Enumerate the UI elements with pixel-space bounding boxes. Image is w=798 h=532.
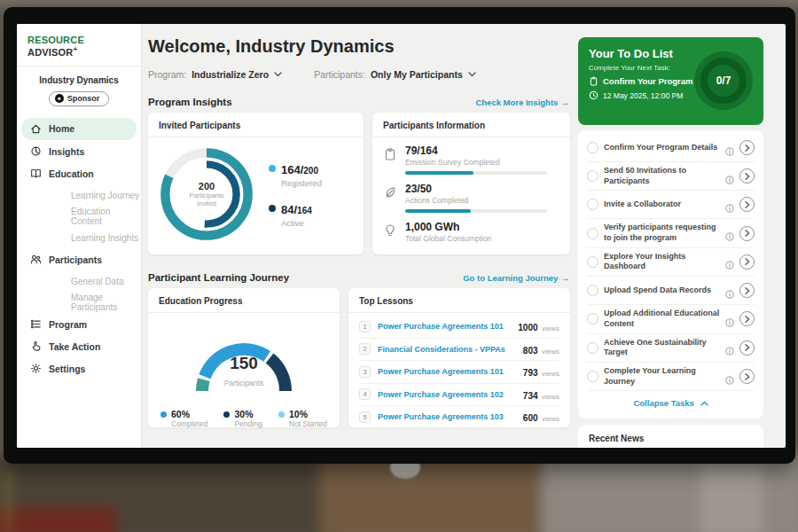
sidebar-item[interactable]: Education Content xyxy=(17,207,141,227)
task-checkbox[interactable] xyxy=(587,199,598,210)
task-checkbox[interactable] xyxy=(587,142,598,153)
task-label: Confirm Your Program Details xyxy=(604,143,720,153)
sidebar-item[interactable]: Home xyxy=(21,118,137,140)
brand-logo[interactable]: RESOURCE ADVISOR+ xyxy=(17,24,141,66)
task-open-button[interactable] xyxy=(739,340,755,356)
legend-label: Not Started xyxy=(289,419,327,428)
lesson-link[interactable]: Financial Considerations - VPPAs xyxy=(378,345,523,354)
metric-value: 23/50 xyxy=(405,183,559,195)
legend-dot xyxy=(160,411,167,418)
task-row[interactable]: Upload Spend Data Records xyxy=(587,277,755,305)
task-checkbox[interactable] xyxy=(587,313,598,325)
sidebar-item-icon xyxy=(30,145,42,157)
sidebar-item[interactable]: Education xyxy=(17,163,141,184)
chevron-right-icon xyxy=(745,230,750,237)
sidebar-item-icon xyxy=(52,232,64,244)
sidebar-item[interactable]: Settings xyxy=(17,358,141,379)
sidebar-item[interactable]: Learning Insights xyxy=(17,228,141,248)
info-icon[interactable] xyxy=(725,172,734,181)
sidebar-item-icon xyxy=(52,211,64,223)
task-row[interactable]: Achieve One Sustainability Target xyxy=(587,334,755,363)
sidebar-item-label: Manage Participants xyxy=(71,293,141,312)
task-row[interactable]: Explore Your Insights Dashboard xyxy=(587,248,755,277)
chevron-right-icon xyxy=(745,173,750,180)
sidebar-item-icon xyxy=(30,254,42,265)
task-checkbox[interactable] xyxy=(587,371,598,382)
task-row[interactable]: Complete Your Learning Journey xyxy=(587,363,755,391)
task-row[interactable]: Upload Additional Educational Content xyxy=(587,305,755,333)
lesson-link[interactable]: Power Purchase Agreements 101 xyxy=(378,367,523,376)
gauge-legend: 60% Completed 30% Pending 10% xyxy=(148,400,340,428)
task-checkbox[interactable] xyxy=(587,285,598,296)
metric-row: 23/50 Actions Completed xyxy=(383,183,559,213)
lesson-rank: 5 xyxy=(359,411,371,423)
task-checkbox[interactable] xyxy=(587,170,598,182)
info-icon[interactable] xyxy=(725,286,734,295)
info-icon[interactable] xyxy=(725,315,734,324)
info-icon[interactable] xyxy=(725,372,734,381)
lesson-link[interactable]: Power Purchase Agreements 101 xyxy=(378,322,518,331)
background-plant xyxy=(5,470,11,532)
section-title: Participant Learning Journey xyxy=(148,272,289,283)
dashboard-screen: RESOURCE ADVISOR+ Industry Dynamics ● Sp… xyxy=(17,24,786,448)
lesson-row: 5 Power Purchase Agreements 103 600 view… xyxy=(359,406,559,429)
collapse-tasks-link[interactable]: Collapse Tasks xyxy=(587,391,755,413)
sponsor-badge[interactable]: ● Sponsor xyxy=(49,91,110,106)
progress-bar xyxy=(405,209,547,213)
sidebar-item[interactable]: Take Action xyxy=(17,336,141,357)
sidebar-item[interactable]: Participants xyxy=(17,249,141,270)
invited-participants-body: 200 Participants Invited 164/200 Registe… xyxy=(148,137,364,244)
metric-label: Actions Completed xyxy=(405,196,559,205)
donut-center-label: 200 Participants Invited xyxy=(157,145,256,244)
task-row[interactable]: Verify participants requesting to join t… xyxy=(587,219,755,247)
metric-icon xyxy=(383,223,397,238)
sidebar-item[interactable]: Insights xyxy=(17,141,141,162)
task-open-button[interactable] xyxy=(739,140,755,155)
go-to-learning-journey-link[interactable]: Go to Learning Journey → xyxy=(463,272,570,283)
task-checkbox[interactable] xyxy=(587,228,598,239)
task-row[interactable]: Confirm Your Program Details xyxy=(587,134,755,162)
task-open-button[interactable] xyxy=(739,168,755,184)
task-open-button[interactable] xyxy=(739,226,755,241)
sidebar-item-icon xyxy=(30,318,42,330)
sidebar-item-icon xyxy=(30,168,42,179)
sidebar-item[interactable]: Manage Participants xyxy=(17,293,141,313)
task-row[interactable]: Send 50 Invitations to Participants xyxy=(587,162,755,191)
sidebar-item[interactable]: Learning Journey xyxy=(17,185,141,206)
task-checkbox[interactable] xyxy=(587,256,598,268)
lesson-link[interactable]: Power Purchase Agreements 102 xyxy=(378,390,523,399)
task-checkbox[interactable] xyxy=(587,342,598,354)
sidebar-item-label: Learning Insights xyxy=(71,233,138,243)
task-row[interactable]: Invite a Collaborator xyxy=(587,191,755,219)
legend-label: Pending xyxy=(234,419,262,428)
info-icon[interactable] xyxy=(725,144,734,153)
background-desk-center xyxy=(319,454,559,532)
filter-dropdown[interactable]: Program: Industrialize Zero xyxy=(148,69,282,80)
lesson-rank: 4 xyxy=(359,388,371,400)
section-title: Program Insights xyxy=(148,97,232,107)
chevron-right-icon xyxy=(745,201,750,208)
tasks-list: Confirm Your Program Details Send 50 Inv… xyxy=(587,134,755,391)
metric-label: Emission Survey Completed xyxy=(405,158,559,167)
info-icon[interactable] xyxy=(725,200,734,209)
task-open-button[interactable] xyxy=(739,283,755,298)
task-open-button[interactable] xyxy=(739,197,755,212)
task-open-button[interactable] xyxy=(739,311,755,326)
lesson-link[interactable]: Power Purchase Agreements 103 xyxy=(378,412,523,421)
info-icon[interactable] xyxy=(725,257,734,266)
progress-bar xyxy=(405,171,547,175)
sidebar-item[interactable]: General Data xyxy=(17,271,141,292)
filter-value: Industrialize Zero xyxy=(192,69,269,80)
chevron-down-icon xyxy=(468,72,476,77)
check-more-insights-link[interactable]: Check More Insights → xyxy=(475,97,570,107)
task-open-button[interactable] xyxy=(739,254,755,270)
filter-dropdown[interactable]: Participants: Only My Participants xyxy=(314,69,476,80)
sidebar-item-icon xyxy=(30,340,42,352)
sidebar-item-icon xyxy=(52,190,64,201)
card-title: Education Progress xyxy=(148,288,340,313)
clipboard-icon xyxy=(589,76,598,86)
info-icon[interactable] xyxy=(725,229,734,238)
sidebar-item[interactable]: Program xyxy=(17,314,141,335)
info-icon[interactable] xyxy=(725,343,734,352)
task-open-button[interactable] xyxy=(739,369,755,384)
